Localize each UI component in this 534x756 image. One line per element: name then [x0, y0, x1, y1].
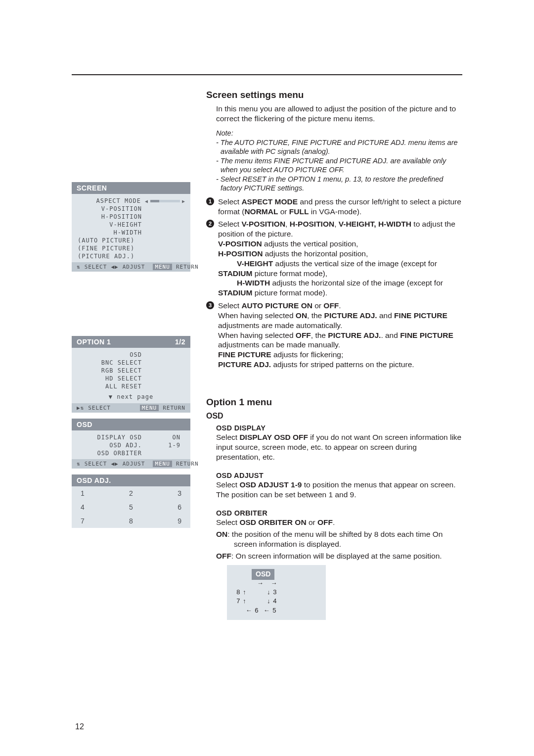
osd-heading: OSD — [206, 411, 462, 421]
t: ON — [216, 530, 227, 538]
note-item: - The AUTO PICTURE, FINE PICTURE and PIC… — [216, 138, 462, 156]
t: FINE PICTURE — [400, 331, 453, 339]
adj-cell: 1 — [81, 489, 114, 497]
t: or — [307, 518, 317, 526]
screen-item: (AUTO PICTURE) — [77, 237, 146, 244]
screen-intro: In this menu you are allowed to adjust t… — [206, 104, 462, 124]
t: Select — [216, 518, 239, 526]
t: adjusts for flickering; — [271, 350, 344, 359]
t: Select — [216, 480, 239, 489]
t: OSD ADJUST 1-9 — [239, 480, 302, 489]
t: PICTURE ADJ. — [218, 360, 271, 369]
option1-item: OSD — [77, 351, 146, 358]
note-label: Note: — [216, 129, 462, 138]
screen-item: (PICTURE ADJ.) — [77, 253, 146, 260]
option1-item: HD SELECT — [77, 375, 146, 382]
osd-title: OSD — [72, 419, 190, 430]
t: ON — [296, 311, 307, 320]
screen-item: V-POSITION — [77, 205, 146, 212]
option1-foot: ▶⇅SELECT MENU RETURN — [72, 403, 190, 413]
t: . and — [381, 331, 400, 339]
leftright-icon: ◀▶ — [111, 264, 118, 270]
t: , the — [307, 311, 324, 320]
t: When having selected — [218, 311, 296, 320]
adj-cell: 2 — [114, 489, 148, 497]
osd-row-label: DISPLAY OSD — [77, 434, 146, 441]
osd-orbiter-heading: OSD ORBITER — [206, 509, 462, 518]
t: in VGA-mode). — [309, 207, 361, 216]
screen-item: V-HEIGHT — [77, 221, 146, 228]
foot-return: RETURN — [176, 264, 199, 270]
step-num-icon: 2 — [206, 220, 214, 228]
screen-item: (FINE PICTURE) — [77, 245, 146, 252]
screen-title: SCREEN — [72, 182, 190, 194]
t: adjusts the vertical position, — [262, 239, 358, 248]
osd-adj-box: OSD ADJ. 1 2 3 4 5 6 7 8 9 — [72, 474, 190, 528]
t: V-POSITION — [218, 239, 262, 248]
adj-cell: 4 — [81, 503, 114, 511]
osd-adj-title: OSD ADJ. — [72, 474, 190, 486]
t: FINE PICTURE — [394, 311, 447, 320]
step-3: 3 Select AUTO PICTURE ON or OFF. When ha… — [206, 301, 462, 370]
t: OFF — [216, 552, 231, 560]
dl: 7 ↑ ↓ 4 — [232, 597, 277, 605]
t: STADIUM — [218, 269, 252, 278]
osd-row-label: OSD ADJ. — [77, 442, 146, 449]
next-page: ▼ next page — [72, 392, 190, 403]
note-item: - Select RESET in the OPTION 1 menu, p. … — [216, 175, 462, 193]
t: or — [312, 301, 323, 310]
foot-return: RETURN — [176, 461, 199, 467]
screen-heading: Screen settings menu — [206, 89, 462, 101]
step-2: 2 Select V-POSITION, H-POSITION, V-HEIGH… — [206, 219, 462, 298]
t: DISPLAY OSD OFF — [239, 433, 308, 441]
t: OFF — [323, 301, 339, 310]
t: , — [334, 220, 339, 228]
t: OFF — [296, 331, 311, 339]
t: V-POSITION — [241, 220, 285, 228]
t: When having selected — [218, 331, 296, 339]
foot-menu: MENU — [140, 405, 159, 411]
option1-title-text: OPTION 1 — [77, 338, 111, 346]
option1-item: RGB SELECT — [77, 367, 146, 374]
osd-adjust-heading: OSD ADJUST — [206, 471, 462, 480]
option1-title: OPTION 1 1/2 — [72, 336, 190, 348]
dl: ← 6 ← 5 — [232, 607, 277, 614]
updown-icon: ⇅ — [77, 264, 81, 270]
t: PICTURE ADJ. — [324, 311, 377, 320]
adj-cell: 6 — [148, 503, 181, 511]
t: H-POSITION — [290, 220, 334, 228]
dl: 8 ↑ ↓ 3 — [232, 588, 277, 596]
t: ASPECT MODE — [241, 197, 298, 206]
t: Select — [216, 433, 239, 441]
t: OSD ORBITER ON — [239, 518, 306, 526]
t: picture format mode), — [252, 269, 327, 278]
option1-page: 1/2 — [175, 338, 185, 346]
step-1: 1 Select ASPECT MODE and press the curso… — [206, 197, 462, 217]
adj-cell: 5 — [114, 503, 148, 511]
t: Select — [218, 197, 241, 206]
foot-return: RETURN — [163, 405, 185, 411]
osd-foot: ⇅SELECT ◀▶ADJUST MENU RETURN — [72, 459, 190, 469]
t: and — [377, 311, 394, 320]
page-number: 12 — [75, 722, 84, 731]
t: , — [285, 220, 290, 228]
t: FINE PICTURE — [218, 350, 271, 359]
osd-row-label: OSD ORBITER — [77, 450, 146, 457]
adj-cell: 8 — [114, 517, 148, 525]
osd-menu-box: OSD DISPLAY OSDON OSD ADJ.1-9 OSD ORBITE… — [72, 419, 190, 469]
t: adjustments are made automatically. — [218, 321, 342, 330]
foot-select: SELECT — [85, 264, 107, 270]
osd-diagram-label: OSD — [252, 569, 274, 580]
foot-adjust: ADJUST — [123, 264, 145, 270]
adj-cell: 9 — [148, 517, 181, 525]
screen-item: H-WIDTH — [77, 229, 146, 236]
t: adjusts the horizontal size of the image… — [270, 279, 443, 287]
t: OFF — [317, 518, 333, 526]
t: , the — [311, 331, 328, 339]
t: adjustments can be made manually. — [218, 340, 340, 349]
option1-item: ALL RESET — [77, 383, 146, 390]
t: . — [333, 518, 335, 526]
foot-menu: MENU — [153, 461, 172, 467]
osd-position-diagram: OSD 1 2 → → 8 ↑ ↓ 3 7 ↑ ↓ 4 ← 6 ← 5 — [227, 565, 326, 620]
foot-adjust: ADJUST — [123, 461, 145, 467]
